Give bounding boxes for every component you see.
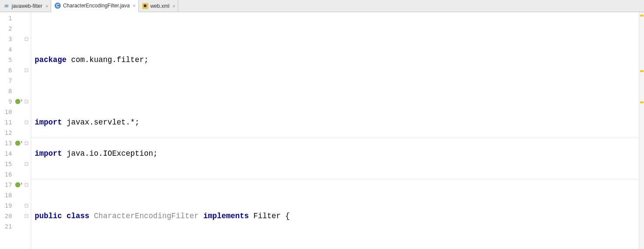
line-number: 3	[0, 36, 14, 43]
fold-toggle-icon[interactable]: −	[25, 100, 28, 103]
module-icon: m	[3, 3, 10, 9]
line-number: 21	[0, 223, 14, 230]
tabs-bar: m javaweb-filter × C CharacterEncodingFi…	[0, 0, 644, 12]
line-number: 16	[0, 171, 14, 178]
close-icon[interactable]: ×	[173, 3, 175, 9]
fold-toggle-icon[interactable]: −	[25, 69, 28, 72]
fold-toggle-icon[interactable]: −	[25, 37, 28, 41]
class-icon: C	[55, 3, 61, 9]
override-marker-icon[interactable]	[15, 99, 20, 104]
line-number: 2	[0, 25, 14, 32]
line-number: 15	[0, 161, 14, 167]
tab-label: javaweb-filter	[12, 3, 42, 9]
fold-toggle-icon[interactable]: −	[25, 162, 28, 166]
tab-web-xml[interactable]: ⬢ web.xml ×	[139, 0, 178, 12]
line-number: 4	[0, 46, 14, 53]
line-number: 12	[0, 129, 14, 136]
warning-marker[interactable]	[640, 102, 644, 103]
code-editor[interactable]: package com.kuang.filter; import javax.s…	[31, 12, 639, 249]
line-number: 6	[0, 67, 14, 74]
fold-toggle-icon[interactable]: −	[25, 183, 28, 187]
tab-label: CharacterEncodingFilter.java	[63, 3, 130, 9]
line-number: 19	[0, 202, 14, 209]
close-icon[interactable]: ×	[133, 3, 135, 8]
line-number: 18	[0, 192, 14, 199]
gutter: 1 2 3− 4 5 6− 7 8 9− 10 11− 12 13− 14 15…	[0, 12, 31, 249]
override-marker-icon[interactable]	[15, 182, 20, 187]
line-number: 8	[0, 88, 14, 95]
xml-icon: ⬢	[142, 3, 148, 9]
warning-marker[interactable]	[640, 70, 644, 72]
line-number: 20	[0, 213, 14, 220]
line-number: 7	[0, 77, 14, 84]
line-number: 11	[0, 119, 14, 126]
close-icon[interactable]: ×	[46, 3, 48, 9]
warning-marker[interactable]	[640, 15, 644, 16]
line-number: 10	[0, 108, 14, 115]
line-number: 5	[0, 56, 14, 63]
line-number: 13	[0, 140, 14, 147]
line-number: 9	[0, 98, 14, 105]
fold-toggle-icon[interactable]: −	[25, 204, 28, 207]
line-number: 17	[0, 181, 14, 188]
error-stripe[interactable]	[639, 12, 644, 249]
tab-javaweb-filter[interactable]: m javaweb-filter ×	[0, 0, 51, 12]
tab-label: web.xml	[150, 3, 170, 9]
line-number: 14	[0, 150, 14, 157]
override-marker-icon[interactable]	[15, 141, 20, 146]
fold-toggle-icon[interactable]: −	[25, 121, 28, 124]
tab-character-encoding-filter[interactable]: C CharacterEncodingFilter.java ×	[51, 0, 139, 12]
line-number: 1	[0, 15, 14, 22]
editor-area: 1 2 3− 4 5 6− 7 8 9− 10 11− 12 13− 14 15…	[0, 12, 644, 249]
fold-toggle-icon[interactable]: −	[25, 141, 28, 145]
fold-toggle-icon[interactable]: −	[25, 214, 28, 218]
